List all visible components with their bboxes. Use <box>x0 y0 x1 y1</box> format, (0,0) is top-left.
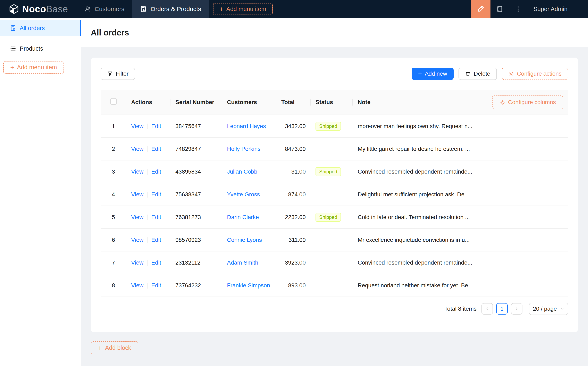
view-link[interactable]: View <box>131 123 143 129</box>
note-cell: Delightful met sufficient projection ask… <box>353 183 485 206</box>
gear-icon <box>508 71 514 77</box>
configure-columns-label: Configure columns <box>508 99 556 106</box>
ui-editor-button[interactable] <box>471 0 490 18</box>
table-row: 2 ViewEdit 74829847 Holly Perkins 8473.0… <box>101 137 568 160</box>
total-cell: 3432.00 <box>276 115 311 137</box>
table-row: 8 ViewEdit 73764232 Frankie Simpson 893.… <box>101 274 568 297</box>
total-cell: 874.00 <box>276 183 311 206</box>
list-icon <box>10 45 16 52</box>
chevron-right-icon <box>514 306 519 311</box>
customer-link[interactable]: Yvette Gross <box>227 191 260 198</box>
select-all-checkbox[interactable] <box>110 98 117 105</box>
view-link[interactable]: View <box>131 146 143 152</box>
configure-columns-button[interactable]: Configure columns <box>492 96 563 109</box>
plus-icon: + <box>418 70 422 77</box>
page-title: All orders <box>91 28 129 37</box>
sidebar-item-label: All orders <box>20 25 45 31</box>
sidebar-item-all-orders[interactable]: All orders <box>0 20 81 36</box>
view-link[interactable]: View <box>131 282 143 289</box>
user-menu[interactable]: Super Admin <box>527 6 588 13</box>
column-header-serial: Serial Number <box>170 90 222 115</box>
edit-link[interactable]: Edit <box>151 168 161 175</box>
note-cell: Convinced resembled dependent remainde..… <box>353 251 485 274</box>
serial-cell: 73764232 <box>170 274 222 297</box>
pagination-page-1[interactable]: 1 <box>496 303 508 315</box>
more-menu-button[interactable] <box>509 0 527 18</box>
serial-cell: 23132112 <box>170 251 222 274</box>
configure-actions-button[interactable]: Configure actions <box>502 68 568 80</box>
nav-add-menu-item-button[interactable]: + Add menu item <box>213 3 273 15</box>
tab-orders-products[interactable]: Orders & Products <box>132 0 209 18</box>
page-size-value: 20 / page <box>533 305 557 312</box>
edit-link[interactable]: Edit <box>151 282 161 289</box>
serial-cell: 43895834 <box>170 160 222 183</box>
view-link[interactable]: View <box>131 237 143 243</box>
divider <box>147 283 148 289</box>
total-cell: 31.00 <box>276 160 311 183</box>
delete-button[interactable]: Delete <box>459 68 497 80</box>
main-area: All orders Filter + Add new <box>81 18 588 366</box>
filter-button[interactable]: Filter <box>101 68 135 80</box>
row-index: 3 <box>101 160 126 183</box>
toolbar-right: + Add new Delete <box>412 68 568 80</box>
row-index: 4 <box>101 183 126 206</box>
gear-icon <box>499 99 505 105</box>
edit-link[interactable]: Edit <box>151 237 161 243</box>
view-link[interactable]: View <box>131 191 143 198</box>
edit-link[interactable]: Edit <box>151 259 161 266</box>
orders-table-block: Filter + Add new Delete <box>91 58 578 332</box>
customer-link[interactable]: Julian Cobb <box>227 168 257 175</box>
edit-link[interactable]: Edit <box>151 191 161 198</box>
note-cell: moreover man feelings own shy. Request n… <box>353 115 485 137</box>
edit-link[interactable]: Edit <box>151 123 161 129</box>
add-new-button[interactable]: + Add new <box>412 68 454 80</box>
add-block-button[interactable]: + Add block <box>91 341 138 354</box>
pagination-prev-button[interactable] <box>482 303 493 315</box>
view-link[interactable]: View <box>131 168 143 175</box>
customer-link[interactable]: Holly Perkins <box>227 146 260 152</box>
sidebar-add-menu-item-button[interactable]: + Add menu item <box>3 61 64 74</box>
order-check-icon <box>140 6 147 13</box>
divider <box>147 237 148 243</box>
orders-table: Actions Serial Number Customers Total St… <box>101 90 568 297</box>
customer-link[interactable]: Adam Smith <box>227 259 258 266</box>
note-cell: My little garret repair to desire he est… <box>353 137 485 160</box>
view-link[interactable]: View <box>131 214 143 220</box>
tab-customers[interactable]: Customers <box>76 0 132 18</box>
total-cell: 311.00 <box>276 229 311 251</box>
edit-link[interactable]: Edit <box>151 146 161 152</box>
server-icon <box>496 6 503 13</box>
page-size-select[interactable]: 20 / page <box>529 303 568 315</box>
sidebar-item-products[interactable]: Products <box>0 41 81 57</box>
add-new-label: Add new <box>425 70 447 77</box>
edit-link[interactable]: Edit <box>151 214 161 220</box>
serial-cell: 38475647 <box>170 115 222 137</box>
sidebar-add-menu-item-label: Add menu item <box>17 64 57 71</box>
row-index: 1 <box>101 115 126 137</box>
customer-link[interactable]: Frankie Simpson <box>227 282 270 289</box>
customer-link[interactable]: Darin Clarke <box>227 214 259 220</box>
user-icon <box>84 6 91 13</box>
nocobase-logo: NocoBase <box>0 3 76 15</box>
divider <box>147 192 148 198</box>
table-header-row: Actions Serial Number Customers Total St… <box>101 90 568 115</box>
table-row: 1 ViewEdit 38475647 Leonard Hayes 3432.0… <box>101 115 568 137</box>
customer-link[interactable]: Leonard Hayes <box>227 123 266 129</box>
plus-icon: + <box>10 64 14 71</box>
nav-right-cluster: Super Admin <box>471 0 588 18</box>
row-index: 2 <box>101 137 126 160</box>
column-header-actions: Actions <box>126 90 170 115</box>
serial-cell: 74829847 <box>170 137 222 160</box>
customer-link[interactable]: Connie Lyons <box>227 237 262 243</box>
add-block-label: Add block <box>105 344 131 351</box>
pagination-next-button[interactable] <box>511 303 522 315</box>
column-header-customers: Customers <box>222 90 276 115</box>
status-badge: Shipped <box>316 213 341 222</box>
chevron-left-icon <box>485 306 490 311</box>
column-header-total: Total <box>276 90 311 115</box>
kebab-menu-icon <box>515 6 522 13</box>
highlighter-icon <box>477 5 484 13</box>
server-button[interactable] <box>490 0 509 18</box>
divider <box>147 260 148 266</box>
view-link[interactable]: View <box>131 259 143 266</box>
